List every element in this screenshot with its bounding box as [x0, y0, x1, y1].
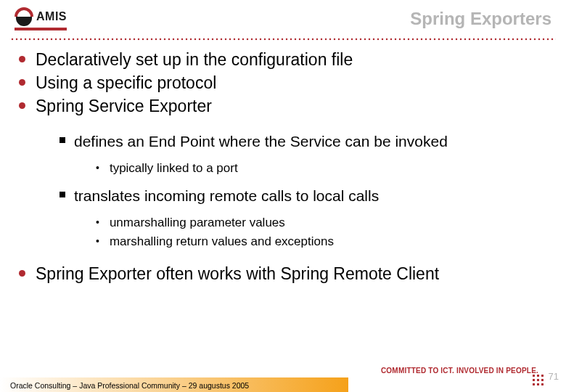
- bullet-level1: Spring Service Exporter: [19, 96, 551, 118]
- bullet-square-icon: [60, 192, 65, 197]
- bullet-text: unmarshalling parameter values: [110, 215, 285, 231]
- bullet-text: Declaratively set up in the configuratio…: [36, 49, 353, 71]
- footer-tagline: COMMITTED TO ICT. INVOLVED IN PEOPLE.: [381, 367, 538, 375]
- bullet-level1: Spring Exporter often works with Spring …: [19, 264, 551, 285]
- bullet-dot-icon: [19, 56, 25, 62]
- bullet-level2: translates incoming remote calls to loca…: [60, 186, 551, 205]
- bullet-text: Spring Service Exporter: [36, 96, 212, 118]
- bullet-small-dot-icon: •: [96, 234, 99, 248]
- bullet-level3: • typically linked to a port: [96, 160, 551, 176]
- slide-footer: COMMITTED TO ICT. INVOLVED IN PEOPLE. Or…: [0, 366, 566, 392]
- footer-text: Oracle Consulting – Java Professional Co…: [10, 381, 249, 390]
- bullet-level1: Declaratively set up in the configuratio…: [19, 49, 551, 71]
- bullet-text: Using a specific protocol: [36, 73, 216, 94]
- bullet-text: translates incoming remote calls to loca…: [74, 186, 379, 205]
- bullet-level3: • marshalling return values and exceptio…: [96, 234, 551, 250]
- logo-text: AMIS: [36, 10, 67, 23]
- bullet-text: defines an End Point where the Service c…: [74, 131, 448, 151]
- bullet-level3: • unmarshalling parameter values: [96, 215, 551, 231]
- logo-icon: [15, 7, 33, 26]
- footer-dots-icon: [533, 375, 544, 386]
- bullet-dot-icon: [19, 102, 25, 109]
- bullet-level2: defines an End Point where the Service c…: [60, 131, 551, 151]
- bullet-small-dot-icon: •: [96, 215, 99, 229]
- dotted-divider: [10, 38, 556, 41]
- slide-body: Declaratively set up in the configuratio…: [0, 49, 566, 285]
- bullet-text: marshalling return values and exceptions: [110, 234, 334, 250]
- logo: AMIS: [15, 7, 67, 30]
- slide-title: Spring Exporters: [410, 9, 551, 29]
- bullet-square-icon: [60, 137, 65, 143]
- slide-header: AMIS Spring Exporters: [0, 0, 566, 35]
- bullet-text: Spring Exporter often works with Spring …: [36, 264, 439, 285]
- bullet-dot-icon: [19, 270, 25, 277]
- bullet-dot-icon: [19, 79, 25, 86]
- logo-underline: [15, 28, 67, 30]
- bullet-level1: Using a specific protocol: [19, 73, 551, 94]
- bullet-small-dot-icon: •: [96, 160, 99, 175]
- page-number: 71: [549, 371, 559, 382]
- bullet-text: typically linked to a port: [110, 160, 238, 176]
